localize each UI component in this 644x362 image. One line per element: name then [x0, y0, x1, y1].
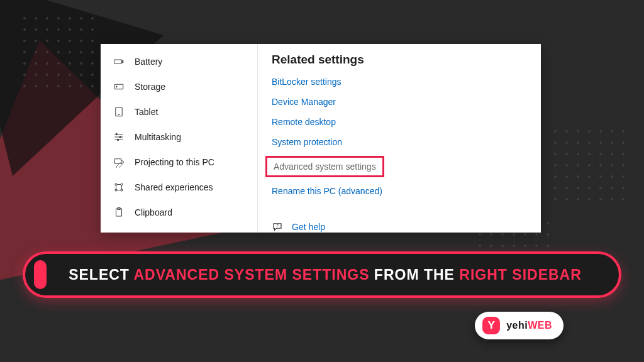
sidebar-item-shared-experiences[interactable]: Shared experiences: [101, 175, 257, 200]
sidebar-item-storage[interactable]: Storage: [101, 74, 257, 99]
link-system-protection[interactable]: System protection: [272, 137, 527, 147]
sidebar-item-multitasking[interactable]: Multitasking: [101, 124, 257, 150]
sidebar: Battery Storage Tablet Multitasking Proj…: [101, 44, 258, 233]
tablet-icon: [113, 106, 125, 118]
main-panel: Related settings BitLocker settings Devi…: [258, 44, 541, 233]
chat-help-icon: ?: [272, 221, 283, 233]
banner-text: SELECT ADVANCED SYSTEM SETTINGS FROM THE…: [60, 266, 619, 283]
svg-point-16: [121, 189, 123, 191]
settings-window: Battery Storage Tablet Multitasking Proj…: [101, 44, 541, 233]
sidebar-item-label: Tablet: [135, 107, 158, 117]
project-icon: [113, 156, 125, 168]
sidebar-item-label: Storage: [135, 82, 165, 92]
logo-badge: Y yehiWEB: [475, 312, 564, 339]
shared-icon: [113, 182, 125, 193]
link-get-help[interactable]: ? Get help: [272, 221, 527, 233]
sidebar-item-label: Projecting to this PC: [135, 157, 214, 167]
sidebar-item-label: Multitasking: [135, 132, 181, 142]
highlight-advanced-system-settings: Advanced system settings: [265, 156, 384, 177]
svg-text:?: ?: [277, 224, 279, 228]
svg-rect-1: [122, 61, 123, 63]
link-rename-this-pc[interactable]: Rename this PC (advanced): [272, 186, 527, 196]
clipboard-icon: [113, 207, 125, 218]
get-help-label: Get help: [292, 222, 325, 232]
svg-point-10: [119, 136, 121, 138]
sidebar-item-clipboard[interactable]: Clipboard: [101, 200, 257, 225]
svg-point-11: [117, 139, 118, 140]
link-remote-desktop[interactable]: Remote desktop: [272, 117, 527, 127]
link-bitlocker-settings[interactable]: BitLocker settings: [272, 77, 527, 87]
sidebar-item-label: Shared experiences: [135, 182, 213, 192]
related-settings-heading: Related settings: [272, 53, 527, 67]
link-device-manager[interactable]: Device Manager: [272, 97, 527, 107]
sidebar-item-label: Clipboard: [135, 207, 172, 217]
svg-point-13: [115, 184, 117, 185]
instruction-banner: SELECT ADVANCED SYSTEM SETTINGS FROM THE…: [23, 251, 621, 298]
storage-icon: [113, 81, 125, 92]
logo-text: yehiWEB: [506, 320, 552, 331]
banner-accent: [34, 260, 47, 289]
svg-rect-0: [114, 60, 122, 63]
sidebar-item-label: Battery: [135, 57, 162, 67]
logo-y-icon: Y: [482, 317, 500, 334]
link-advanced-system-settings[interactable]: Advanced system settings: [274, 162, 376, 172]
sidebar-item-projecting[interactable]: Projecting to this PC: [101, 150, 257, 175]
svg-point-14: [121, 184, 123, 185]
svg-point-3: [116, 86, 118, 87]
battery-icon: [113, 56, 125, 67]
multitasking-icon: [113, 131, 125, 143]
sidebar-item-tablet[interactable]: Tablet: [101, 99, 257, 124]
sidebar-item-battery[interactable]: Battery: [101, 49, 257, 74]
svg-point-15: [115, 189, 117, 191]
svg-point-9: [116, 133, 117, 134]
